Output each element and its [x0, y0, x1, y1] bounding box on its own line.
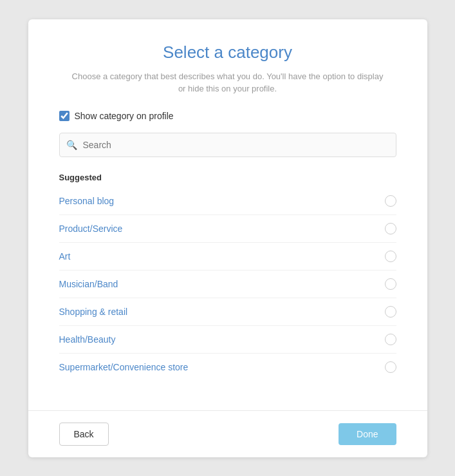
category-name-product-service: Product/Service	[59, 224, 123, 234]
show-category-row: Show category on profile	[59, 111, 396, 121]
category-item-musician-band[interactable]: Musician/Band	[59, 271, 396, 298]
modal-footer: Back Done	[28, 410, 427, 457]
radio-shopping-retail[interactable]	[385, 306, 396, 318]
modal-body: Select a category Choose a category that…	[28, 19, 427, 410]
category-item-health-beauty[interactable]: Health/Beauty	[59, 326, 396, 354]
done-button[interactable]: Done	[339, 423, 396, 445]
select-category-modal: Select a category Choose a category that…	[28, 19, 427, 457]
category-name-personal-blog: Personal blog	[59, 196, 115, 206]
search-input[interactable]	[59, 133, 396, 157]
category-name-musician-band: Musician/Band	[59, 279, 118, 289]
radio-personal-blog[interactable]	[385, 195, 396, 207]
radio-musician-band[interactable]	[385, 278, 396, 290]
category-item-personal-blog[interactable]: Personal blog	[59, 187, 396, 215]
radio-product-service[interactable]	[385, 223, 396, 234]
modal-title: Select a category	[59, 43, 396, 62]
category-name-supermarket: Supermarket/Convenience store	[59, 362, 189, 372]
category-item-product-service[interactable]: Product/Service	[59, 215, 396, 243]
category-item-supermarket[interactable]: Supermarket/Convenience store	[59, 354, 396, 381]
show-category-label[interactable]: Show category on profile	[75, 111, 174, 121]
radio-art[interactable]	[385, 251, 396, 262]
category-list: Personal blogProduct/ServiceArtMusician/…	[59, 187, 396, 381]
show-category-checkbox[interactable]	[59, 111, 70, 121]
category-name-shopping-retail: Shopping & retail	[59, 307, 128, 317]
category-item-art[interactable]: Art	[59, 243, 396, 271]
search-container: 🔍	[59, 133, 396, 157]
modal-subtitle: Choose a category that best describes wh…	[59, 70, 396, 95]
back-button[interactable]: Back	[59, 423, 109, 446]
category-name-art: Art	[59, 251, 71, 262]
category-name-health-beauty: Health/Beauty	[59, 334, 116, 345]
category-item-shopping-retail[interactable]: Shopping & retail	[59, 298, 396, 326]
radio-health-beauty[interactable]	[385, 334, 396, 345]
suggested-label: Suggested	[59, 173, 396, 182]
radio-supermarket[interactable]	[385, 361, 396, 373]
